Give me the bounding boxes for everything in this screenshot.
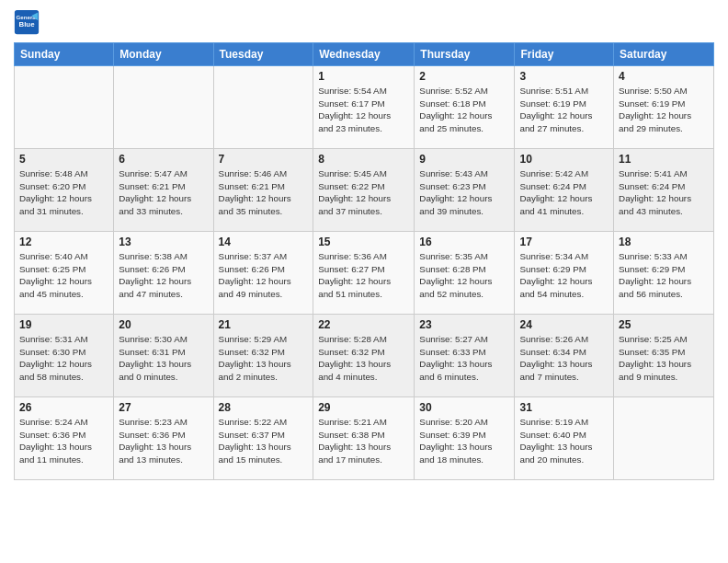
day-info: Sunrise: 5:37 AM Sunset: 6:26 PM Dayligh…	[219, 250, 309, 301]
calendar-cell: 27Sunrise: 5:23 AM Sunset: 6:36 PM Dayli…	[114, 397, 213, 480]
calendar-cell	[213, 66, 313, 149]
calendar-cell: 28Sunrise: 5:22 AM Sunset: 6:37 PM Dayli…	[213, 397, 313, 480]
day-info: Sunrise: 5:33 AM Sunset: 6:29 PM Dayligh…	[619, 250, 709, 301]
calendar-cell	[15, 66, 114, 149]
day-info: Sunrise: 5:36 AM Sunset: 6:27 PM Dayligh…	[318, 250, 409, 301]
calendar-cell: 20Sunrise: 5:30 AM Sunset: 6:31 PM Dayli…	[114, 315, 213, 397]
weekday-header-friday: Friday	[515, 43, 614, 66]
day-number: 12	[19, 236, 108, 248]
calendar-cell: 29Sunrise: 5:21 AM Sunset: 6:38 PM Dayli…	[313, 397, 415, 480]
day-info: Sunrise: 5:19 AM Sunset: 6:40 PM Dayligh…	[519, 416, 609, 466]
day-number: 24	[519, 318, 609, 331]
page-header: General Blue	[14, 9, 714, 35]
day-number: 9	[419, 153, 509, 166]
calendar-cell: 10Sunrise: 5:42 AM Sunset: 6:24 PM Dayli…	[515, 149, 614, 232]
weekday-header-wednesday: Wednesday	[313, 43, 415, 66]
day-info: Sunrise: 5:40 AM Sunset: 6:25 PM Dayligh…	[19, 250, 108, 301]
calendar-cell: 17Sunrise: 5:34 AM Sunset: 6:29 PM Dayli…	[515, 232, 614, 315]
calendar-cell: 4Sunrise: 5:50 AM Sunset: 6:19 PM Daylig…	[614, 66, 714, 149]
calendar-cell: 8Sunrise: 5:45 AM Sunset: 6:22 PM Daylig…	[313, 149, 415, 232]
weekday-header-sunday: Sunday	[15, 43, 114, 66]
day-number: 26	[19, 401, 108, 414]
day-info: Sunrise: 5:29 AM Sunset: 6:32 PM Dayligh…	[219, 333, 309, 384]
day-number: 17	[519, 236, 609, 248]
calendar-cell: 1Sunrise: 5:54 AM Sunset: 6:17 PM Daylig…	[313, 66, 415, 149]
day-info: Sunrise: 5:30 AM Sunset: 6:31 PM Dayligh…	[119, 333, 208, 384]
day-info: Sunrise: 5:21 AM Sunset: 6:38 PM Dayligh…	[318, 416, 409, 466]
day-info: Sunrise: 5:24 AM Sunset: 6:36 PM Dayligh…	[19, 416, 108, 466]
calendar-cell: 24Sunrise: 5:26 AM Sunset: 6:34 PM Dayli…	[515, 315, 614, 397]
day-number: 18	[619, 236, 709, 248]
calendar-cell: 15Sunrise: 5:36 AM Sunset: 6:27 PM Dayli…	[313, 232, 415, 315]
day-number: 31	[519, 401, 609, 414]
day-info: Sunrise: 5:46 AM Sunset: 6:21 PM Dayligh…	[219, 167, 309, 218]
calendar-cell: 26Sunrise: 5:24 AM Sunset: 6:36 PM Dayli…	[15, 397, 114, 480]
calendar-cell: 14Sunrise: 5:37 AM Sunset: 6:26 PM Dayli…	[213, 232, 313, 315]
weekday-header-saturday: Saturday	[614, 43, 714, 66]
day-info: Sunrise: 5:34 AM Sunset: 6:29 PM Dayligh…	[519, 250, 609, 301]
day-number: 5	[19, 153, 108, 166]
day-number: 27	[119, 401, 208, 414]
day-number: 29	[318, 401, 409, 414]
day-info: Sunrise: 5:52 AM Sunset: 6:18 PM Dayligh…	[419, 85, 509, 135]
calendar-cell: 13Sunrise: 5:38 AM Sunset: 6:26 PM Dayli…	[114, 232, 213, 315]
day-number: 2	[419, 70, 509, 83]
day-number: 23	[419, 318, 509, 331]
day-number: 10	[519, 153, 609, 166]
day-number: 28	[219, 401, 309, 414]
calendar-table: SundayMondayTuesdayWednesdayThursdayFrid…	[14, 42, 714, 480]
day-number: 8	[318, 153, 409, 166]
day-number: 7	[219, 153, 309, 166]
logo: General Blue	[14, 9, 43, 35]
day-info: Sunrise: 5:47 AM Sunset: 6:21 PM Dayligh…	[119, 167, 208, 218]
day-number: 15	[318, 236, 409, 248]
day-info: Sunrise: 5:27 AM Sunset: 6:33 PM Dayligh…	[419, 333, 509, 384]
day-number: 21	[219, 318, 309, 331]
weekday-header-thursday: Thursday	[415, 43, 515, 66]
day-number: 1	[318, 70, 409, 83]
day-number: 14	[219, 236, 309, 248]
day-info: Sunrise: 5:35 AM Sunset: 6:28 PM Dayligh…	[419, 250, 509, 301]
day-number: 3	[519, 70, 609, 83]
calendar-cell: 7Sunrise: 5:46 AM Sunset: 6:21 PM Daylig…	[213, 149, 313, 232]
calendar-cell: 6Sunrise: 5:47 AM Sunset: 6:21 PM Daylig…	[114, 149, 213, 232]
day-info: Sunrise: 5:38 AM Sunset: 6:26 PM Dayligh…	[119, 250, 208, 301]
logo-icon: General Blue	[14, 9, 40, 35]
calendar-cell: 21Sunrise: 5:29 AM Sunset: 6:32 PM Dayli…	[213, 315, 313, 397]
day-info: Sunrise: 5:31 AM Sunset: 6:30 PM Dayligh…	[19, 333, 108, 384]
day-info: Sunrise: 5:26 AM Sunset: 6:34 PM Dayligh…	[519, 333, 609, 384]
calendar-cell: 25Sunrise: 5:25 AM Sunset: 6:35 PM Dayli…	[614, 315, 714, 397]
calendar-cell: 23Sunrise: 5:27 AM Sunset: 6:33 PM Dayli…	[415, 315, 515, 397]
calendar-cell: 11Sunrise: 5:41 AM Sunset: 6:24 PM Dayli…	[614, 149, 714, 232]
day-info: Sunrise: 5:50 AM Sunset: 6:19 PM Dayligh…	[619, 85, 709, 135]
day-info: Sunrise: 5:23 AM Sunset: 6:36 PM Dayligh…	[119, 416, 208, 466]
day-number: 22	[318, 318, 409, 331]
day-info: Sunrise: 5:48 AM Sunset: 6:20 PM Dayligh…	[19, 167, 108, 218]
day-number: 16	[419, 236, 509, 248]
calendar-cell: 31Sunrise: 5:19 AM Sunset: 6:40 PM Dayli…	[515, 397, 614, 480]
day-info: Sunrise: 5:28 AM Sunset: 6:32 PM Dayligh…	[318, 333, 409, 384]
calendar-cell: 12Sunrise: 5:40 AM Sunset: 6:25 PM Dayli…	[15, 232, 114, 315]
day-info: Sunrise: 5:20 AM Sunset: 6:39 PM Dayligh…	[419, 416, 509, 466]
weekday-header-tuesday: Tuesday	[213, 43, 313, 66]
calendar-cell: 2Sunrise: 5:52 AM Sunset: 6:18 PM Daylig…	[415, 66, 515, 149]
calendar-cell: 9Sunrise: 5:43 AM Sunset: 6:23 PM Daylig…	[415, 149, 515, 232]
svg-text:Blue: Blue	[18, 20, 35, 29]
day-info: Sunrise: 5:22 AM Sunset: 6:37 PM Dayligh…	[219, 416, 309, 466]
calendar-cell: 19Sunrise: 5:31 AM Sunset: 6:30 PM Dayli…	[15, 315, 114, 397]
calendar-cell: 30Sunrise: 5:20 AM Sunset: 6:39 PM Dayli…	[415, 397, 515, 480]
calendar-cell: 22Sunrise: 5:28 AM Sunset: 6:32 PM Dayli…	[313, 315, 415, 397]
day-info: Sunrise: 5:42 AM Sunset: 6:24 PM Dayligh…	[519, 167, 609, 218]
day-number: 13	[119, 236, 208, 248]
day-number: 4	[619, 70, 709, 83]
day-info: Sunrise: 5:41 AM Sunset: 6:24 PM Dayligh…	[619, 167, 709, 218]
calendar-cell: 5Sunrise: 5:48 AM Sunset: 6:20 PM Daylig…	[15, 149, 114, 232]
day-number: 30	[419, 401, 509, 414]
day-number: 20	[119, 318, 208, 331]
calendar-cell: 3Sunrise: 5:51 AM Sunset: 6:19 PM Daylig…	[515, 66, 614, 149]
calendar-cell	[614, 397, 714, 480]
day-number: 6	[119, 153, 208, 166]
day-info: Sunrise: 5:45 AM Sunset: 6:22 PM Dayligh…	[318, 167, 409, 218]
day-info: Sunrise: 5:51 AM Sunset: 6:19 PM Dayligh…	[519, 85, 609, 135]
day-info: Sunrise: 5:43 AM Sunset: 6:23 PM Dayligh…	[419, 167, 509, 218]
